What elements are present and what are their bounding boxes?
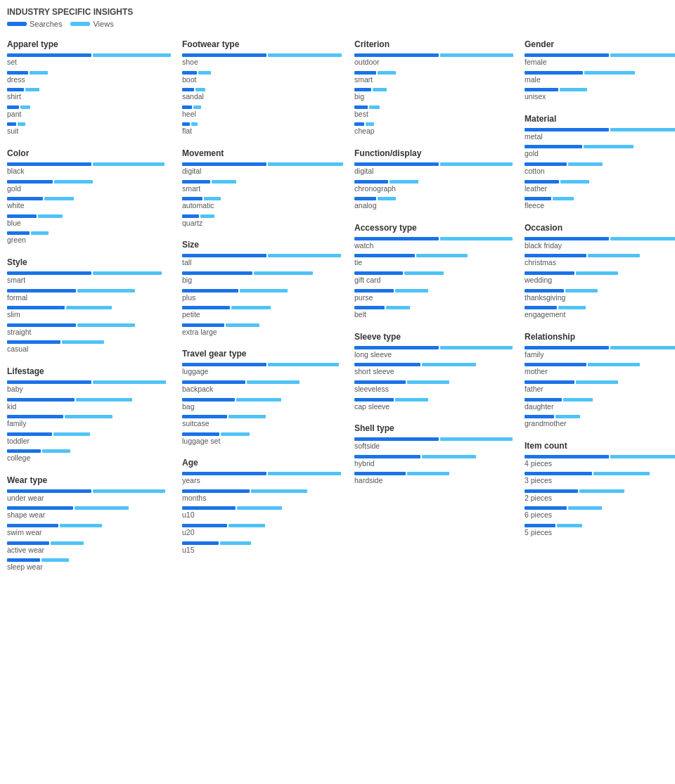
bar-item: digital — [182, 162, 343, 176]
views-bar — [236, 398, 281, 401]
bar-item: shape wear — [7, 506, 171, 520]
bar-item-label: 4 pieces — [525, 459, 675, 468]
bar-item: baby — [7, 380, 171, 394]
searches-bar — [354, 162, 439, 166]
bar-item-label: 5 pieces — [525, 528, 675, 537]
searches-bar — [525, 289, 564, 293]
searches-bar — [182, 472, 266, 475]
views-bar — [553, 197, 574, 200]
bar-row — [354, 88, 513, 91]
section-title-footwear-type: Footwear type — [182, 39, 343, 49]
bar-item: outdoor — [354, 53, 513, 67]
bar-row — [354, 162, 513, 166]
bar-row — [525, 415, 675, 418]
bar-row — [354, 363, 513, 366]
bar-row — [525, 455, 675, 458]
views-bar — [76, 398, 132, 401]
bar-item-label: softside — [354, 442, 513, 451]
bar-row — [7, 558, 171, 562]
bar-item-label: white — [7, 201, 171, 210]
searches-bar — [354, 306, 385, 309]
searches-bar — [182, 306, 230, 309]
bar-row — [354, 105, 513, 109]
searches-bar — [354, 289, 394, 293]
views-bar — [93, 162, 165, 166]
bar-row — [182, 197, 343, 200]
bar-item-label: active wear — [7, 546, 171, 555]
section-accessory-type: Accessory typewatchtiegift cardpursebelt — [354, 223, 513, 319]
bar-row — [525, 306, 675, 309]
searches-bar — [7, 162, 91, 166]
searches-bar — [7, 323, 76, 327]
bar-row — [7, 214, 171, 218]
bar-row — [354, 71, 513, 75]
searches-legend-label: Searches — [30, 20, 62, 28]
views-bar — [395, 289, 428, 293]
views-bar — [568, 506, 602, 510]
searches-bar — [525, 415, 554, 418]
bar-row — [7, 323, 171, 327]
bar-item-label: green — [7, 236, 171, 245]
searches-bar — [525, 71, 583, 75]
bar-row — [7, 197, 171, 200]
views-bar — [565, 289, 598, 293]
section-title-sleeve-type: Sleeve type — [354, 332, 513, 342]
column-3: GenderfemalemaleunisexMaterialmetalgoldc… — [525, 39, 675, 584]
bar-item: cap sleeve — [354, 398, 513, 411]
bar-row — [182, 380, 343, 384]
views-bar — [440, 346, 513, 349]
bar-item-label: wedding — [525, 276, 675, 285]
section-title-relationship: Relationship — [525, 332, 675, 342]
bar-item: smart — [354, 71, 513, 84]
bar-item: hardside — [354, 472, 513, 485]
searches-bar — [182, 214, 199, 218]
searches-bar — [354, 380, 406, 384]
bar-item: grandmother — [525, 415, 675, 428]
section-title-material: Material — [525, 114, 675, 124]
bar-item: fleece — [525, 197, 675, 210]
searches-bar — [182, 541, 219, 545]
bar-row — [182, 398, 343, 401]
bar-item: softside — [354, 437, 513, 451]
bar-item-label: automatic — [182, 201, 343, 210]
bar-item: u20 — [182, 524, 343, 537]
bar-row — [182, 271, 343, 275]
bar-item-label: analog — [354, 201, 513, 210]
section-title-accessory-type: Accessory type — [354, 223, 513, 233]
bar-item: cotton — [525, 162, 675, 176]
searches-legend-item: Searches — [7, 20, 62, 28]
searches-bar — [525, 128, 609, 131]
views-bar — [560, 88, 587, 91]
bar-row — [354, 289, 513, 293]
searches-bar — [525, 306, 557, 309]
bar-row — [182, 432, 343, 436]
bar-row — [525, 162, 675, 166]
section-title-color: Color — [7, 148, 171, 158]
views-bar — [93, 271, 162, 275]
bar-row — [525, 197, 675, 200]
bar-row — [182, 53, 343, 57]
bar-item-label: 3 pieces — [525, 476, 675, 485]
searches-legend-bar — [7, 22, 27, 26]
searches-bar — [525, 524, 555, 527]
bar-item: shoe — [182, 53, 343, 67]
views-bar — [588, 254, 640, 257]
views-bar — [204, 197, 221, 200]
bar-row — [182, 289, 343, 293]
searches-bar — [525, 506, 567, 510]
searches-bar — [182, 323, 224, 327]
searches-bar — [354, 398, 394, 401]
searches-bar — [354, 271, 403, 275]
views-bar — [588, 363, 640, 366]
column-1: Footwear typeshoebootsandalheelflatMovem… — [182, 39, 343, 584]
bar-item: hybrid — [354, 455, 513, 468]
views-bar — [268, 162, 343, 166]
views-bar — [568, 162, 603, 166]
views-bar — [366, 122, 374, 126]
bar-item: gold — [7, 180, 171, 193]
section-shell-type: Shell typesoftsidehybridhardside — [354, 423, 513, 485]
searches-bar — [525, 346, 609, 349]
bar-item: big — [354, 88, 513, 101]
views-bar — [610, 53, 675, 57]
searches-bar — [354, 71, 376, 75]
